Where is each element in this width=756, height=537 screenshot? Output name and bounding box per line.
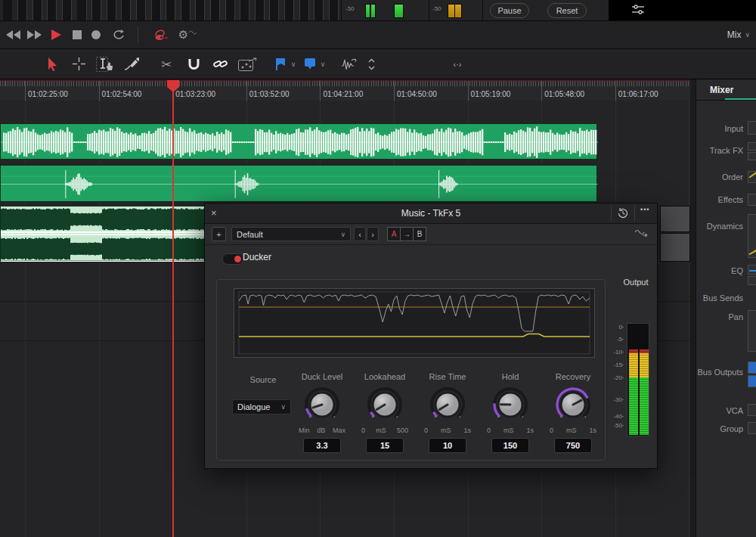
channel-strip-fragment[interactable] bbox=[748, 121, 756, 135]
channel-strip-fragment[interactable] bbox=[748, 422, 756, 434]
transport-settings-gear-icon[interactable]: ⚙ bbox=[175, 21, 200, 48]
pencil-fade-icon[interactable] bbox=[121, 49, 142, 79]
knob-duck-level[interactable] bbox=[302, 386, 342, 425]
knob-value[interactable]: 15 bbox=[366, 438, 404, 453]
ruler-timecode: 01:03:52:00 bbox=[249, 90, 290, 98]
ruler-major-tick bbox=[468, 81, 469, 102]
range-selection-icon[interactable] bbox=[69, 49, 88, 79]
mixer-section-bus-sends[interactable]: Bus Sends bbox=[703, 293, 743, 303]
ab-arrow-button[interactable]: → bbox=[400, 227, 414, 241]
prev-preset-button[interactable]: ‹ bbox=[354, 227, 366, 241]
record-button[interactable] bbox=[87, 21, 105, 48]
fast-forward-icon[interactable] bbox=[24, 21, 45, 48]
mixer-section-vca[interactable]: VCA bbox=[726, 406, 743, 415]
output-meter-tick bbox=[621, 399, 624, 400]
chevron-down-icon[interactable]: ∨ bbox=[288, 49, 299, 79]
playhead-line[interactable] bbox=[172, 80, 174, 537]
knob-lookahead[interactable] bbox=[365, 386, 404, 425]
flag-icon[interactable] bbox=[272, 49, 289, 79]
ab-b-button[interactable]: B bbox=[413, 227, 426, 241]
knob-value[interactable]: 150 bbox=[491, 438, 529, 453]
stop-button[interactable] bbox=[68, 21, 86, 48]
plugin-titlebar[interactable]: Music - TkFx 5 × ••• bbox=[205, 203, 657, 224]
channel-strip-fragment[interactable] bbox=[748, 404, 756, 416]
automation-icon[interactable] bbox=[151, 21, 174, 48]
mixer-section-dynamics[interactable]: Dynamics bbox=[707, 222, 743, 231]
mixer-section-eq[interactable]: EQ bbox=[731, 266, 743, 275]
channel-strip-fragment[interactable] bbox=[748, 362, 756, 374]
channel-strip-fragment[interactable] bbox=[748, 310, 756, 352]
mixer-section-effects[interactable]: Effects bbox=[718, 195, 743, 204]
history-revert-icon[interactable] bbox=[617, 207, 629, 219]
playhead-marker[interactable] bbox=[167, 80, 179, 92]
chevron-down-icon[interactable]: ∨ bbox=[318, 49, 328, 79]
knob-hold[interactable] bbox=[491, 386, 530, 425]
rewind-icon[interactable] bbox=[3, 21, 24, 48]
add-preset-button[interactable]: + bbox=[212, 227, 226, 241]
reset-button[interactable]: Reset bbox=[547, 3, 587, 18]
knob-value[interactable]: 10 bbox=[429, 438, 466, 453]
knob-label: Duck Level bbox=[288, 372, 356, 381]
timeline-ruler[interactable]: 01:02:25:0001:02:54:0001:03:23:0001:03:5… bbox=[0, 79, 690, 102]
mixer-section-bus-outputs[interactable]: Bus Outputs bbox=[697, 368, 743, 377]
pause-button[interactable]: Pause bbox=[490, 3, 529, 18]
link-icon[interactable] bbox=[209, 49, 231, 79]
divider bbox=[634, 206, 635, 221]
play-button[interactable] bbox=[47, 21, 65, 48]
plugin-window-ducker: Music - TkFx 5 × ••• + Default ∨ ‹ › A →… bbox=[204, 203, 658, 469]
knob-value[interactable]: 3.3 bbox=[303, 438, 341, 453]
channel-strip-fragment[interactable] bbox=[748, 265, 756, 275]
mix-selector[interactable]: Mix ∨ bbox=[727, 21, 750, 48]
channel-strip-fragment[interactable] bbox=[748, 152, 756, 160]
channel-color-bar bbox=[725, 98, 756, 100]
channel-strip-fragment[interactable] bbox=[748, 276, 756, 285]
preset-dropdown[interactable]: Default ∨ bbox=[231, 227, 351, 241]
next-preset-button[interactable]: › bbox=[367, 227, 379, 241]
selection-pointer-icon[interactable] bbox=[42, 49, 62, 79]
tool-bar: ✂ ∨ ∨ ‹·› bbox=[0, 49, 756, 79]
scissors-icon[interactable]: ✂ bbox=[156, 49, 177, 79]
channel-strip-fragment[interactable] bbox=[748, 142, 756, 151]
ducker-graph bbox=[234, 288, 595, 358]
clip-keyframe-icon[interactable] bbox=[236, 49, 260, 79]
source-dropdown[interactable]: Dialogue ∨ bbox=[232, 399, 291, 414]
knob-label: Lookahead bbox=[351, 372, 419, 381]
plugin-menu-icon[interactable]: ••• bbox=[640, 206, 649, 213]
effect-enable-toggle[interactable] bbox=[222, 253, 243, 265]
channel-strip-fragment[interactable] bbox=[748, 214, 756, 258]
knob-value[interactable]: 750 bbox=[554, 438, 592, 453]
mixer-section-input[interactable]: Input bbox=[725, 124, 743, 133]
knob-recovery[interactable] bbox=[553, 386, 593, 425]
transport-bar: ⚙ Mix ∨ bbox=[0, 21, 756, 49]
channel-strip-fragment[interactable] bbox=[748, 171, 756, 183]
mixer-section-group[interactable]: Group bbox=[720, 424, 743, 433]
loop-icon[interactable] bbox=[108, 21, 129, 48]
mixer-panel-header: Mixer bbox=[696, 79, 756, 101]
mixer-section-pan[interactable]: Pan bbox=[728, 312, 743, 321]
meter-options-area bbox=[609, 0, 756, 20]
close-icon[interactable]: × bbox=[211, 207, 217, 219]
ab-a-button[interactable]: A bbox=[387, 227, 401, 241]
dialogue-clip-2[interactable] bbox=[0, 165, 597, 202]
scroll-block[interactable] bbox=[660, 233, 690, 262]
dialogue-clip[interactable] bbox=[0, 123, 597, 160]
mixer-settings-icon[interactable] bbox=[631, 4, 645, 16]
marker-icon[interactable] bbox=[302, 49, 318, 79]
vertical-zoom-chevrons-icon[interactable] bbox=[364, 49, 379, 79]
sidechain-wave-icon[interactable] bbox=[634, 228, 648, 239]
horizontal-zoom-icon[interactable]: ‹·› bbox=[449, 49, 466, 79]
chevron-down-icon: ∨ bbox=[280, 403, 286, 411]
ruler-timecode: 01:02:25:00 bbox=[28, 90, 68, 98]
knob-scale-labels: 0mS1s bbox=[550, 427, 596, 434]
edit-selection-tool-icon[interactable] bbox=[94, 49, 116, 79]
channel-strip-fragment[interactable] bbox=[748, 375, 756, 387]
channel-strip-fragment[interactable] bbox=[748, 194, 756, 206]
scroll-block[interactable] bbox=[660, 206, 690, 232]
waveform-zoom-icon[interactable] bbox=[339, 49, 360, 79]
mixer-section-order[interactable]: Order bbox=[722, 172, 743, 182]
mixer-section-track-fx[interactable]: Track FX bbox=[710, 146, 743, 155]
timeline-right-edge bbox=[690, 79, 696, 537]
knob-rise-time[interactable] bbox=[428, 386, 467, 425]
snap-magnet-icon[interactable] bbox=[183, 49, 204, 79]
output-meter-tick bbox=[621, 327, 624, 327]
